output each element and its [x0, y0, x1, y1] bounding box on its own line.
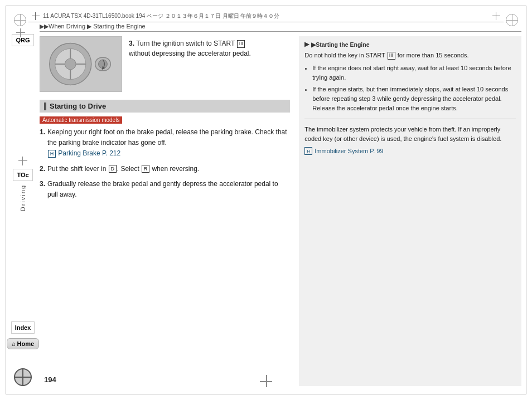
immobilizer-link[interactable]: H Immobilizer System P. 99	[304, 147, 516, 155]
steps-list: 1. Keeping your right foot on the brake …	[40, 127, 290, 200]
immobilizer-link-text: Immobilizer System P. 99	[315, 148, 383, 154]
right-header-text: ▶Starting the Engine	[311, 41, 369, 48]
transmission-badge: Automatic transmission models	[40, 116, 122, 124]
step3-row: 3. Turn the ignition switch to START III…	[40, 36, 290, 92]
right-header-arrow: ▶	[304, 41, 309, 48]
drive-step-1: 1. Keeping your right foot on the brake …	[40, 127, 290, 159]
shift-d-icon: D	[109, 165, 117, 173]
drive-step-2-text: Put the shift lever in D. Select R when …	[47, 164, 199, 174]
section-bar-icon	[44, 103, 46, 110]
immobilizer-text: The immobilizer system protects your veh…	[304, 125, 516, 144]
bullet-2: If the engine starts, but then immediate…	[312, 85, 516, 113]
section-header: Starting to Drive	[40, 100, 290, 113]
bullet-1: If the engine does not start right away,…	[312, 64, 516, 82]
step3-text-content: Turn the ignition switch to START III wi…	[129, 40, 251, 57]
left-column: 3. Turn the ignition switch to START III…	[40, 36, 290, 386]
drive-step-2-num: 2.	[40, 164, 45, 174]
sidebar-crosshair-mid	[18, 157, 27, 165]
svg-point-9	[99, 60, 108, 69]
breadcrumb-part2: Starting the Engine	[93, 23, 146, 30]
toc-button[interactable]: TOc	[13, 169, 33, 181]
section-title: Starting to Drive	[50, 102, 106, 110]
step3-image	[40, 36, 122, 92]
right-bullets: If the engine does not start right away,…	[304, 64, 516, 113]
drive-step-3-text: Gradually release the brake pedal and ge…	[47, 179, 290, 200]
right-start-icon: III	[388, 52, 395, 60]
right-note-text: Do not hold the key in START III for mor…	[304, 51, 516, 60]
ignition-illustration	[40, 36, 122, 92]
content-columns: 3. Turn the ignition switch to START III…	[40, 36, 521, 386]
breadcrumb-arrow: ▶	[87, 23, 91, 30]
svg-point-3	[65, 58, 76, 70]
page-outer: 11 ACURA TSX 4D-31TL16500.book 194 ページ ２…	[6, 6, 526, 394]
drive-step-3-num: 3.	[40, 179, 45, 200]
right-col-header: ▶ ▶Starting the Engine	[304, 41, 516, 48]
parking-brake-link[interactable]: H Parking Brake P. 212	[47, 149, 120, 157]
left-sidebar: QRG TOc Driving Index ⌂ Home	[6, 6, 40, 394]
page-header: 11 ACURA TSX 4D-31TL16500.book 194 ページ ２…	[28, 11, 504, 22]
driving-label: Driving	[20, 184, 26, 211]
right-divider	[304, 119, 516, 119]
parking-brake-icon: H	[48, 150, 56, 158]
step3-number: 3.	[129, 40, 134, 47]
breadcrumb: ▶▶When Driving ▶ Starting the Engine	[40, 23, 521, 32]
mid-crosshair-left	[16, 28, 25, 37]
home-icon: ⌂	[12, 340, 16, 347]
drive-step-1-num: 1.	[40, 127, 45, 159]
drive-step-2: 2. Put the shift lever in D. Select R wh…	[40, 164, 290, 174]
index-button[interactable]: Index	[11, 321, 35, 334]
immobilizer-icon: H	[304, 147, 312, 155]
home-button[interactable]: ⌂ Home	[7, 338, 39, 349]
start-icon-III: III	[237, 40, 245, 48]
shift-r-icon: R	[142, 165, 149, 173]
header-crosshair-right	[492, 12, 500, 20]
drive-step-1-text: Keeping your right foot on the brake ped…	[47, 127, 290, 159]
breadcrumb-part1: ▶▶When Driving	[40, 23, 85, 30]
right-column: ▶ ▶Starting the Engine Do not hold the k…	[299, 36, 521, 386]
step3-text: 3. Turn the ignition switch to START III…	[129, 36, 251, 92]
home-label: Home	[17, 340, 35, 347]
drive-step-3: 3. Gradually release the brake pedal and…	[40, 179, 290, 200]
main-content: ▶▶When Driving ▶ Starting the Engine	[40, 23, 521, 389]
header-text: 11 ACURA TSX 4D-31TL16500.book 194 ページ ２…	[43, 12, 279, 20]
